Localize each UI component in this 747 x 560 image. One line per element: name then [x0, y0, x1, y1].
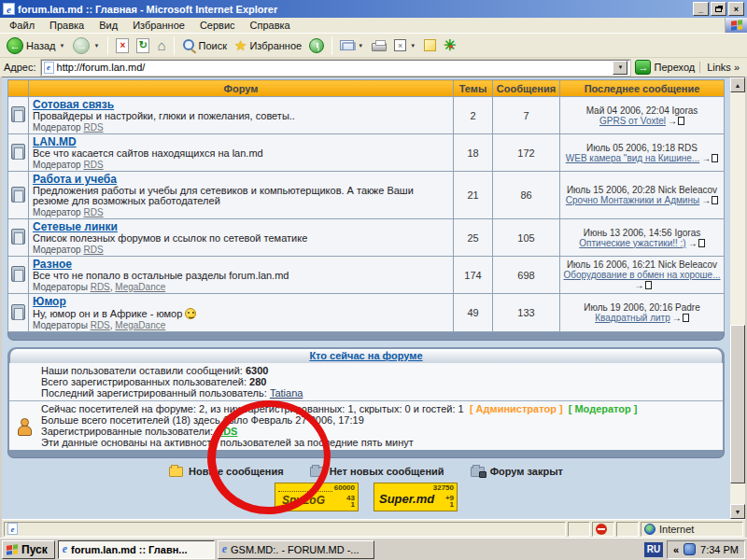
moderator-link[interactable]: RDS — [91, 320, 110, 330]
goto-post-icon[interactable]: → — [701, 153, 718, 163]
address-dropdown-button[interactable]: ▼ — [613, 61, 627, 75]
mail-dropdown-icon[interactable]: ▼ — [357, 43, 364, 49]
back-button[interactable]: ← Назад ▼ — [4, 36, 68, 55]
spylog-counter[interactable]: 60000 SpyLoG 43 1 — [275, 483, 359, 511]
back-dropdown-icon[interactable]: ▼ — [59, 43, 66, 49]
scrollbar-thumb[interactable] — [730, 325, 745, 483]
blocked-icon — [596, 524, 607, 535]
scroll-up-button[interactable]: ▲ — [730, 77, 745, 92]
language-indicator[interactable]: RU — [644, 542, 663, 557]
forum-status-cell — [8, 219, 29, 257]
title-bar: e forum.lan.md :: Главная - Microsoft In… — [0, 0, 747, 18]
last-post-link[interactable]: Срочно Монтажники и Админы — [566, 195, 699, 205]
minimize-button[interactable]: _ — [693, 2, 709, 16]
forum-link[interactable]: Разное — [33, 259, 72, 270]
forum-link[interactable]: Работа и учеба — [33, 174, 117, 185]
refresh-button[interactable]: ↻ — [134, 37, 152, 54]
goto-arrow-icon: → — [701, 195, 711, 205]
moderator-link[interactable]: RDS — [83, 207, 103, 217]
vertical-scrollbar[interactable]: ▲ ▼ — [730, 77, 745, 519]
moderator-link[interactable]: RDS — [91, 282, 110, 292]
table-bottom-cap — [7, 332, 725, 341]
toolbar-separator — [331, 36, 332, 55]
go-button[interactable]: → Переход — [635, 60, 695, 75]
forum-link[interactable]: Сотовая связь — [33, 99, 114, 110]
tray-chevron-icon[interactable]: « — [673, 544, 679, 555]
supermd-counter[interactable]: 32750 Super.md +9 1 — [374, 483, 458, 511]
moderator-link[interactable]: RDS — [83, 245, 103, 255]
address-input[interactable] — [57, 62, 611, 73]
moderator-link[interactable]: RDS — [83, 122, 103, 133]
home-icon: ⌂ — [157, 39, 165, 52]
favorites-button[interactable]: ★ Избранное — [232, 38, 304, 53]
goto-post-icon[interactable]: → — [635, 280, 652, 290]
notes-button[interactable] — [421, 38, 439, 52]
toolbar-separator — [107, 36, 108, 55]
last-post-date: Июль 05 2006, 19:18 RDS — [562, 143, 722, 153]
back-label: Назад — [26, 40, 56, 51]
whos-online-title-link[interactable]: Кто сейчас на форуме — [309, 350, 422, 361]
forward-button[interactable]: → ▼ — [70, 36, 103, 55]
admin-badge-link[interactable]: [ Администратор ] — [470, 403, 563, 414]
whos-online-icon-cell — [9, 401, 37, 450]
stop-button[interactable]: × — [113, 37, 132, 54]
mail-button[interactable]: ▼ — [337, 39, 367, 51]
goto-post-icon[interactable]: → — [701, 195, 718, 205]
home-button[interactable]: ⌂ — [154, 38, 168, 53]
edit-dropdown-icon[interactable]: ▼ — [409, 43, 416, 49]
start-button[interactable]: Пуск — [2, 540, 55, 559]
task-ie-icon: e — [222, 542, 227, 556]
menu-file[interactable]: Файл — [2, 19, 42, 32]
last-user-link[interactable]: Tatiana — [270, 387, 303, 399]
forum-link[interactable]: LAN.MD — [33, 136, 77, 147]
goto-post-icon[interactable]: → — [668, 116, 684, 126]
registered-user-link[interactable]: RDS — [216, 426, 237, 437]
taskbar-task-gsm[interactable]: e GSM.MD:. - FORUM.MD -... — [218, 540, 374, 559]
last-post-date: Июль 19 2006, 20:16 Padre — [562, 302, 722, 313]
print-button[interactable] — [369, 38, 389, 52]
moderator-link[interactable]: MegaDance — [115, 282, 165, 292]
scroll-down-button[interactable]: ▼ — [730, 504, 745, 519]
moderator-link[interactable]: MegaDance — [115, 320, 165, 330]
last-post-link[interactable]: Квадратный литр — [595, 313, 670, 323]
status-main-pane: e — [4, 522, 566, 537]
whos-online-user-icon — [17, 418, 31, 434]
history-button[interactable] — [306, 37, 327, 54]
menu-view[interactable]: Вид — [92, 19, 125, 32]
address-input-wrap: e ▼ — [41, 60, 631, 76]
last-post-link[interactable]: Оборудование в обмен на хороше... — [563, 270, 720, 280]
forum-link[interactable]: Юмор — [33, 296, 66, 307]
moderator-link[interactable]: RDS — [83, 160, 103, 170]
last-post-link[interactable]: WEB камера "вид на Кишине... — [566, 153, 699, 163]
status-pane — [568, 522, 590, 537]
messages-total-label: Наши пользователи оставили сообщений: — [41, 365, 243, 376]
taskbar-task-forum[interactable]: e forum.lan.md :: Главн... — [58, 540, 215, 559]
dropdown-icon: ▼ — [618, 64, 624, 70]
search-button[interactable]: Поиск — [179, 37, 230, 53]
goto-post-icon[interactable]: → — [672, 313, 689, 323]
close-button[interactable]: × — [728, 2, 744, 16]
favorites-label: Избранное — [249, 40, 302, 51]
forum-status-cell — [8, 172, 29, 219]
toolbar: ← Назад ▼ → ▼ × ↻ ⌂ Поиск ★ Избранное ▼ … — [0, 34, 747, 58]
last-post-cell: Июль 19 2006, 20:16 Padre Квадратный лит… — [560, 294, 725, 332]
users-total-value: 280 — [249, 376, 266, 387]
topics-count: 18 — [454, 134, 493, 172]
menu-favorites[interactable]: Избранное — [125, 19, 192, 32]
last-post-link[interactable]: GPRS от Voxtel — [599, 116, 666, 126]
menu-tools[interactable]: Сервис — [192, 19, 243, 32]
forward-dropdown-icon[interactable]: ▼ — [92, 43, 100, 49]
posts-count: 7 — [493, 97, 560, 134]
icq-button[interactable]: ✳ — [441, 38, 458, 53]
activity-note: Эти данные основаны на активности пользо… — [41, 437, 719, 448]
menu-help[interactable]: Справка — [243, 19, 298, 32]
moderator-badge-link[interactable]: [ Модератор ] — [569, 403, 638, 414]
menu-edit[interactable]: Правка — [42, 19, 92, 32]
edit-button[interactable]: × ▼ — [391, 38, 419, 52]
tray-app-icon[interactable] — [684, 543, 696, 555]
forum-link[interactable]: Сетевые линки — [33, 221, 118, 232]
last-post-link[interactable]: Оптические ужастики!! :) — [579, 238, 685, 248]
goto-post-icon[interactable]: → — [688, 238, 705, 248]
restore-button[interactable] — [711, 2, 726, 16]
links-bar[interactable]: Links » — [699, 62, 743, 73]
